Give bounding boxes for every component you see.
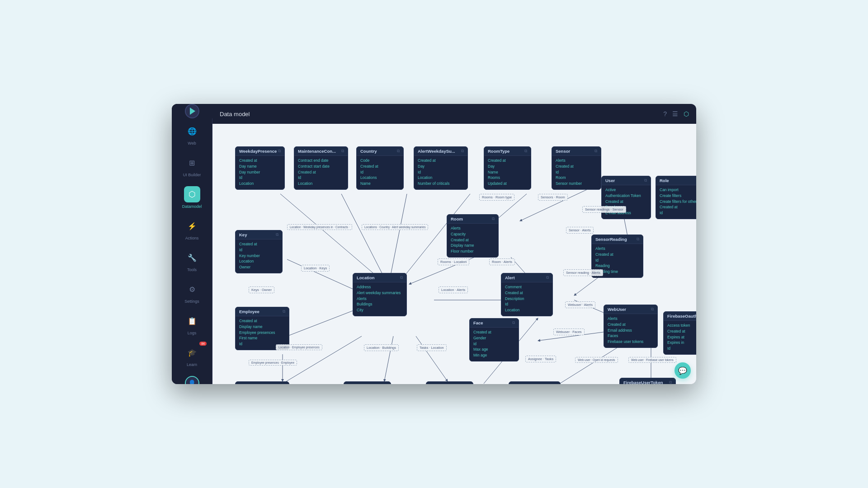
connector-sensor-readings: Sensor readings · Sensor [582, 206, 626, 213]
sidebar-item-logs[interactable]: 📋 Logs [172, 308, 212, 340]
entity-title: Room [451, 216, 463, 221]
sidebar-item-datamodel[interactable]: ⬡ Datamodel [172, 182, 212, 213]
entity-field: Name [488, 169, 527, 175]
entity-field: Id [660, 210, 696, 216]
entity-title: Task [430, 384, 439, 384]
entity-role[interactable]: Role ⧉ Can import Create filters Create … [656, 176, 696, 219]
connector-rooms-room-type: Rooms · Room type [479, 194, 514, 201]
entity-field: Id [505, 301, 549, 307]
entity-building[interactable]: Building ⧉ Created at [344, 381, 391, 384]
entity-field: Number of criticals [418, 181, 464, 187]
sidebar: 🌐 Web ⊞ UI Builder ⬡ Datamodel ⚡ Actions… [172, 104, 212, 384]
entity-maintenance-con[interactable]: MaintenanceCon... ⧉ Contract end date Co… [294, 146, 348, 190]
connector-tasks-location: Tasks · Location [417, 344, 447, 351]
entity-field: Key number [239, 253, 278, 259]
entity-field: Created at [239, 318, 285, 324]
entity-location[interactable]: Location ⧉ Address Alert weekday summari… [353, 273, 407, 316]
svg-line-14 [384, 336, 393, 381]
entity-title: Building [348, 384, 365, 384]
entity-field: Contract start date [298, 164, 344, 169]
logs-icon: 📋 [186, 314, 198, 327]
diagram-view-icon[interactable]: ⬡ [684, 110, 689, 117]
sidebar-item-learn[interactable]: 🎓 84 Learn [172, 340, 212, 371]
entity-field: Alerts [556, 158, 597, 164]
sidebar-item-tools[interactable]: 🔧 Tools [172, 245, 212, 277]
chat-button[interactable]: 💬 [675, 362, 691, 379]
entity-field: Room [556, 175, 597, 181]
entity-field: City [357, 307, 403, 313]
entity-field: Sensor number [556, 181, 597, 187]
entity-country[interactable]: Country ⧉ Code Created at Id Locations N… [356, 146, 404, 190]
entity-employee-presence[interactable]: EmployeePresence ⧉ Building [235, 381, 289, 384]
entity-alert-weekday[interactable]: AlertWeekdaySu... ⧉ Created at Day Id Lo… [414, 146, 468, 190]
entity-sensor[interactable]: Sensor ⧉ Alerts Created at Id Room Senso… [552, 146, 601, 190]
entity-room-type[interactable]: RoomType ⧉ Created at Day Name Rooms Upd… [484, 146, 531, 190]
entity-face[interactable]: Face ⧉ Created at Gender Id Max age Min … [469, 318, 519, 361]
entity-field: Created at [556, 164, 597, 169]
sidebar-item-ui-builder[interactable]: ⊞ UI Builder [172, 150, 212, 182]
entity-field: Alert weekday summaries [357, 290, 403, 296]
sidebar-label-logs: Logs [188, 331, 197, 335]
entity-room[interactable]: Room ⧉ Alerts Capacity Created at Displa… [447, 214, 499, 258]
connector-location-employee: Location · Employee presences [276, 344, 322, 350]
entity-field: Can import [660, 187, 696, 193]
logo-icon[interactable] [185, 104, 199, 118]
connector-sensor-alerts: Sensor · Alerts [566, 227, 594, 234]
entity-field: Created at [608, 322, 654, 328]
entity-firebase-user-token[interactable]: FirebaseUserToken ⧉ Created at [619, 378, 676, 384]
entity-field: Created at [418, 158, 464, 164]
connector-web-user-firebase: Web user · Firebase user tokens [628, 357, 676, 363]
entity-field: Contract end date [298, 158, 344, 164]
profile-avatar: 👤 [185, 376, 199, 384]
entity-field: Id [418, 169, 464, 175]
actions-icon: ⚡ [186, 220, 198, 232]
entity-title: Country [360, 149, 377, 154]
sidebar-label-web: Web [188, 141, 196, 145]
svg-line-15 [416, 336, 448, 381]
help-icon[interactable]: ? [663, 110, 667, 117]
entity-firebase-oauth[interactable]: FirebaseOauthTo... ⧉ Access token Create… [663, 311, 696, 355]
datamodel-icon: ⬡ [187, 188, 198, 201]
sidebar-item-profile[interactable]: 👤 Profile [172, 371, 212, 384]
entity-web-user[interactable]: WebUser ⧉ Alerts Created at Email addres… [604, 305, 658, 348]
entity-field: Created at [239, 241, 278, 247]
entity-field: Firebase user tokens [608, 339, 654, 345]
entity-field: Gender [473, 335, 515, 341]
connector-assignee-tasks: Assignee · Tasks [525, 356, 556, 362]
sidebar-item-settings[interactable]: ⚙ Settings [172, 277, 212, 308]
entity-employee[interactable]: Employee ⧉ Created at Display name Emplo… [235, 307, 289, 350]
connector-keys-owner: Keys · Owner [249, 286, 274, 293]
connector-sensor-reading-alerts: Sensor reading · Alerts [563, 269, 603, 276]
entity-key[interactable]: Key ⧉ Created at Id Key number Location … [235, 230, 283, 273]
svg-line-12 [287, 259, 357, 291]
entity-title: Role [660, 178, 669, 183]
connector-location-weekday: Location · Weekday presences in · Contra… [287, 224, 352, 230]
entity-field: First name [239, 335, 285, 341]
entity-field: Min age [473, 352, 515, 358]
entity-field: Alerts [451, 225, 495, 231]
entity-open-id-request[interactable]: OpenIdRequest ⧉ Created at [509, 381, 561, 384]
entity-alert[interactable]: Alert ⧉ Comment Created at Description I… [501, 273, 553, 316]
entity-field: Expires at [667, 334, 696, 340]
entity-field: Created at [605, 199, 647, 205]
sidebar-item-actions[interactable]: ⚡ Actions [172, 213, 212, 245]
entity-title: AlertWeekdaySu... [418, 149, 455, 154]
learn-icon: 🎓 [186, 346, 198, 359]
entity-field: Name [360, 181, 400, 187]
connector-web-user-open-id: Web user · Open id requests [575, 357, 618, 363]
entity-title: Face [473, 320, 483, 325]
sidebar-label-settings: Settings [184, 299, 199, 304]
entity-field: Code [360, 158, 400, 164]
list-view-icon[interactable]: ☰ [672, 110, 678, 117]
entity-field: Active [605, 187, 647, 193]
diagram-canvas[interactable]: WeekdayPresence ⧉ Created at Day name Da… [212, 124, 696, 384]
entity-field: Create filters for others [660, 199, 696, 205]
entity-title: Location [357, 275, 375, 280]
entity-field: Display name [451, 243, 495, 249]
svg-line-13 [287, 309, 357, 336]
sidebar-item-web[interactable]: 🌐 Web [172, 118, 212, 150]
entity-title: Key [239, 232, 247, 237]
entity-field: Alerts [608, 316, 654, 322]
entity-task[interactable]: Task ⧉ Assignee [426, 381, 473, 384]
entity-weekday-presence[interactable]: WeekdayPresence ⧉ Created at Day name Da… [235, 146, 285, 190]
